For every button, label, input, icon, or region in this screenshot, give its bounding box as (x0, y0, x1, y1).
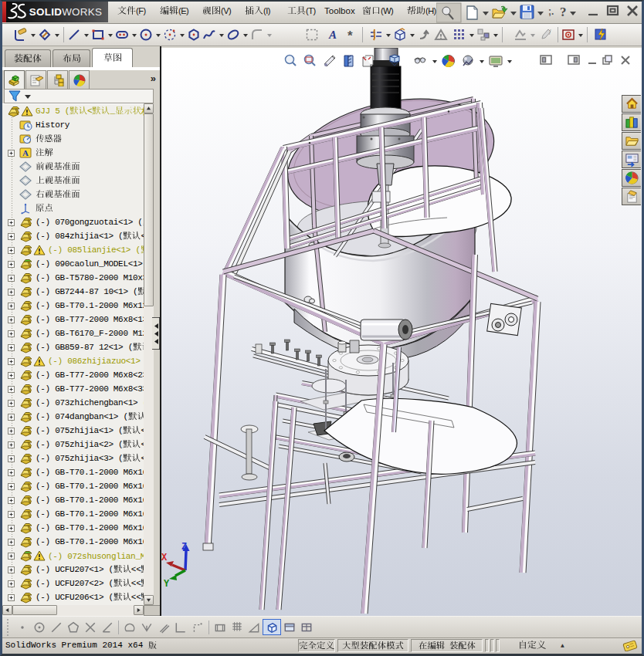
svg-text:Z: Z (181, 542, 187, 553)
svg-text:Y: Y (164, 579, 170, 590)
svg-text:X: X (161, 553, 168, 563)
